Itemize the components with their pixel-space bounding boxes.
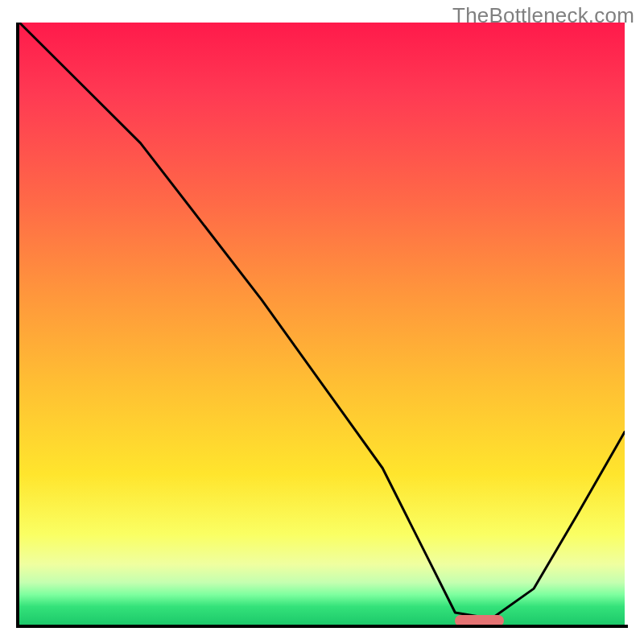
minimum-marker (455, 615, 503, 625)
plot-area (19, 23, 625, 625)
curve-svg (19, 23, 625, 625)
chart-frame: TheBottleneck.com (0, 0, 644, 644)
bottleneck-curve (19, 23, 625, 619)
watermark-text: TheBottleneck.com (452, 3, 634, 28)
